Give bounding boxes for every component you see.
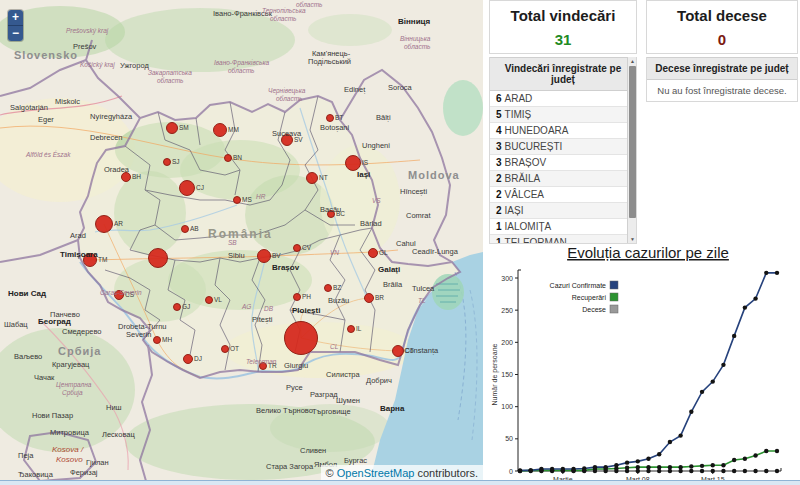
case-marker-NT[interactable] <box>306 172 318 184</box>
map-label: Централна <box>56 382 91 389</box>
scrollbar-thumb[interactable] <box>629 66 636 218</box>
row-county: BRĂILA <box>505 173 541 184</box>
recovered-table-scrollbar[interactable]: ▲ ▼ <box>627 57 636 243</box>
marker-code: IL <box>356 325 361 332</box>
case-marker-BV[interactable] <box>257 249 271 263</box>
deaths-card: Total decese 0 <box>646 0 798 54</box>
map-label: Galați <box>378 266 400 274</box>
row-count: 4 <box>496 125 502 136</box>
map-label: CL <box>330 344 338 351</box>
map-label: Митровица <box>50 429 89 437</box>
map-label: Івано-Франківська <box>214 60 269 67</box>
case-marker-HD[interactable] <box>148 248 168 268</box>
data-point <box>657 465 661 469</box>
map-label: Ваљево <box>14 353 42 361</box>
case-marker-AB[interactable] <box>181 225 189 233</box>
case-marker-BZ[interactable] <box>324 284 332 292</box>
case-marker-CJ[interactable] <box>179 180 195 196</box>
data-point <box>657 469 661 473</box>
marker-code: BT <box>335 114 343 121</box>
row-count: 3 <box>496 141 502 152</box>
map-label: Bacău <box>320 206 341 214</box>
map-label: Чернівецька <box>268 88 305 95</box>
marker-code: SM <box>179 124 189 131</box>
data-point <box>614 469 618 473</box>
case-marker-BR[interactable] <box>364 293 374 303</box>
case-marker-BT[interactable] <box>326 114 334 122</box>
marker-code: AB <box>190 225 199 232</box>
case-marker-MH[interactable] <box>153 336 161 344</box>
table-row: 6ARAD <box>490 91 636 107</box>
table-row: 3BUCUREȘTI <box>490 139 636 155</box>
attribution-suffix: contributors. <box>414 467 478 479</box>
map-label: Teleorman <box>246 359 276 366</box>
marker-code: CJ <box>196 184 204 191</box>
zoom-out-button[interactable]: − <box>8 25 23 41</box>
case-marker-DJ[interactable] <box>183 354 193 364</box>
map-label: Nyíregyháza <box>90 113 132 121</box>
map-label: Severin <box>126 331 151 339</box>
legend-label: Decese <box>582 306 606 313</box>
openstreetmap-link[interactable]: OpenStreetMap <box>337 467 415 479</box>
case-marker-GL[interactable] <box>368 248 378 258</box>
case-marker-AR[interactable] <box>95 215 113 233</box>
map-label: Крагујевац <box>52 361 89 369</box>
romania-cases-map[interactable]: SMMMBTSVSJBNISNTCJBHMSBCARABBVCVTMCSGJVL… <box>0 0 483 481</box>
case-marker-CT[interactable] <box>392 345 404 357</box>
case-marker-GJ[interactable] <box>173 303 181 311</box>
case-marker-SM[interactable] <box>166 122 178 134</box>
map-label: Смедерево <box>62 328 102 336</box>
case-marker-BN[interactable] <box>224 154 232 162</box>
data-point <box>775 271 779 275</box>
bottom-divider <box>0 480 800 485</box>
map-label: область <box>270 16 297 23</box>
data-point <box>743 457 747 461</box>
case-marker-MS[interactable] <box>233 196 241 204</box>
map-label: Prešovský kraj <box>66 28 108 35</box>
map-label: HR <box>256 194 265 201</box>
data-point <box>646 465 650 469</box>
map-label: Košický kraj <box>80 62 115 69</box>
deaths-table-header: Decese înregistrate pe județ <box>647 57 797 80</box>
row-county: BUCUREȘTI <box>505 141 563 152</box>
map-label: область <box>157 78 184 85</box>
data-point <box>732 334 736 338</box>
row-county: TIMIȘ <box>505 109 532 120</box>
legend-label: Cazuri Confirmate <box>550 282 607 289</box>
map-label: Brăila <box>383 281 402 289</box>
data-point <box>764 271 768 275</box>
map-label: Силистра <box>326 371 360 379</box>
scroll-up-icon[interactable]: ▲ <box>628 58 637 64</box>
row-county: HUNEDOARA <box>505 125 569 136</box>
case-marker-SJ[interactable] <box>163 158 171 166</box>
map-label: Brașov <box>272 264 299 272</box>
table-row: 5TIMIȘ <box>490 107 636 123</box>
case-marker-IS[interactable] <box>345 155 361 171</box>
data-point <box>764 449 768 453</box>
data-point <box>657 452 661 456</box>
map-label: Стара Загора <box>266 463 313 471</box>
map-label: область <box>228 68 255 75</box>
map-label: Buzău <box>328 297 349 305</box>
map-label: Ђаковица <box>18 471 53 479</box>
map-label: Добрич <box>366 377 392 385</box>
case-marker-PH[interactable] <box>293 293 301 301</box>
map-label: Русе <box>286 384 303 392</box>
evolution-chart-block: Evoluția cazurilor pe zile05010015020025… <box>488 238 800 485</box>
case-marker-B[interactable] <box>284 321 318 355</box>
case-marker-IL[interactable] <box>347 325 355 333</box>
row-county: VÂLCEA <box>505 189 544 200</box>
data-point <box>689 469 693 473</box>
map-label: Варна <box>380 405 404 413</box>
case-marker-OT[interactable] <box>221 345 229 353</box>
case-marker-CV[interactable] <box>293 244 301 252</box>
map-zoom-control: + − <box>8 10 23 41</box>
marker-code: MS <box>242 196 252 203</box>
case-marker-VL[interactable] <box>205 296 213 304</box>
zoom-in-button[interactable]: + <box>8 10 23 25</box>
case-marker-MM[interactable] <box>213 123 227 137</box>
y-tick-label: 50 <box>505 435 513 442</box>
y-tick-label: 150 <box>501 371 513 378</box>
marker-code: AR <box>114 220 123 227</box>
data-point <box>668 440 672 444</box>
